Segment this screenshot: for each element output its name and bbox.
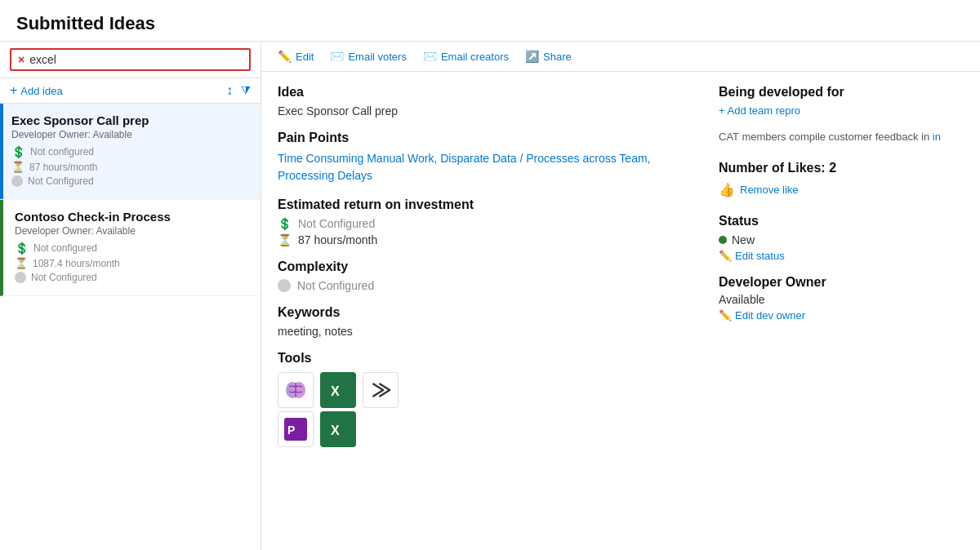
- email-creators-label: Email creators: [441, 51, 509, 63]
- roi-dollar-1: Not configured: [30, 146, 94, 157]
- complexity-label: Complexity: [278, 259, 686, 274]
- left-panel: × excel + Add idea ↕ ⧩ Exec Spons: [0, 42, 261, 550]
- email-voters-label: Email voters: [348, 51, 407, 63]
- keywords-value: meeting, notes: [278, 325, 686, 338]
- email-voters-icon: ✉️: [330, 50, 344, 63]
- roi-dollar-icon: 💲: [278, 217, 292, 230]
- add-team-repro-label: + Add team repro: [719, 104, 800, 117]
- complexity-row: Not Configured: [278, 279, 686, 292]
- status-dot: [719, 236, 727, 244]
- likes-label: Number of Likes: 2: [719, 161, 947, 175]
- idea-item-2[interactable]: Contoso Check-in Process Developer Owner…: [0, 200, 261, 296]
- pain-points-value: Time Consuming Manual Work, Disparate Da…: [278, 150, 686, 184]
- add-idea-button[interactable]: + Add idea: [10, 83, 63, 98]
- email-voters-button[interactable]: ✉️ Email voters: [330, 50, 407, 63]
- cat-note: CAT members compile customer feedback in…: [719, 130, 947, 144]
- detail-main: Idea Exec Sponsor Call prep Pain Points …: [278, 85, 686, 537]
- hourglass-icon-2: ⏳: [15, 257, 28, 269]
- content-area: × excel + Add idea ↕ ⧩ Exec Spons: [0, 42, 980, 550]
- right-panel: ✏️ Edit ✉️ Email voters ✉️ Email creator…: [261, 42, 980, 550]
- detail-content: Idea Exec Sponsor Call prep Pain Points …: [261, 72, 980, 550]
- cat-note-link[interactable]: in: [933, 131, 941, 143]
- tools-label: Tools: [278, 351, 686, 366]
- search-box: × excel: [10, 48, 251, 71]
- edit-status-label: Edit status: [735, 250, 785, 262]
- dollar-icon-1: 💲: [11, 145, 25, 158]
- remove-like-button[interactable]: 👍 Remove like: [719, 182, 947, 197]
- idea-meta-roi-dollar-1: 💲 Not configured: [11, 145, 249, 158]
- filter-icon[interactable]: ⧩: [241, 83, 251, 98]
- thumb-icon: 👍: [719, 182, 735, 197]
- edit-status-button[interactable]: ✏️ Edit status: [719, 250, 947, 262]
- idea-list: Exec Sponsor Call prep Developer Owner: …: [0, 104, 261, 550]
- toolbar-icons: ↕ ⧩: [226, 83, 251, 98]
- roi-hours-value: 87 hours/month: [298, 233, 377, 246]
- roi-hours-2: 1087.4 hours/month: [33, 258, 120, 269]
- complexity-2: Not Configured: [31, 272, 97, 283]
- share-icon: ↗️: [525, 50, 539, 63]
- search-bar: × excel: [0, 42, 261, 78]
- idea-meta-complexity-2: Not Configured: [15, 272, 249, 283]
- page: Submitted Ideas × excel + Add idea ↕ ⧩: [0, 0, 980, 550]
- tool-brain: [278, 372, 314, 408]
- idea-item-1[interactable]: Exec Sponsor Call prep Developer Owner: …: [0, 104, 261, 200]
- status-section: Status New ✏️ Edit status: [719, 214, 947, 262]
- search-clear-button[interactable]: ×: [18, 53, 24, 66]
- status-value: New: [732, 233, 755, 246]
- edit-icon: ✏️: [278, 50, 292, 63]
- edit-status-icon: ✏️: [719, 250, 732, 262]
- remove-like-label: Remove like: [740, 184, 799, 196]
- idea-title-2: Contoso Check-in Process: [15, 210, 249, 224]
- pain-points-label: Pain Points: [278, 131, 686, 145]
- roi-dollar-2: Not configured: [33, 242, 97, 254]
- idea-meta-complexity-1: Not Configured: [11, 175, 249, 187]
- edit-dev-owner-label: Edit dev owner: [735, 309, 805, 322]
- idea-owner-2: Developer Owner: Available: [15, 225, 249, 237]
- tool-excel: X: [320, 372, 356, 408]
- being-developed-label: Being developed for: [719, 85, 947, 100]
- likes-section: Number of Likes: 2 👍 Remove like: [719, 161, 947, 197]
- sort-icon[interactable]: ↕: [226, 83, 233, 98]
- edit-dev-owner-button[interactable]: ✏️ Edit dev owner: [719, 309, 947, 322]
- complexity-value: Not Configured: [297, 279, 374, 292]
- keywords-label: Keywords: [278, 305, 686, 320]
- plus-icon: +: [10, 83, 17, 98]
- roi-dollar-value: Not Configured: [298, 217, 375, 230]
- share-label: Share: [543, 51, 572, 63]
- cat-note-text: CAT members compile customer feedback in: [719, 131, 929, 143]
- hourglass-icon-1: ⏳: [11, 161, 24, 173]
- idea-meta-roi-hours-1: ⏳ 87 hours/month: [11, 161, 249, 173]
- search-value: excel: [29, 53, 243, 66]
- idea-owner-1: Developer Owner: Available: [11, 129, 249, 140]
- detail-toolbar: ✏️ Edit ✉️ Email voters ✉️ Email creator…: [261, 42, 980, 72]
- edit-dev-owner-icon: ✏️: [719, 309, 732, 322]
- detail-side: Being developed for + Add team repro CAT…: [719, 85, 947, 537]
- dev-owner-section: Developer Owner Available ✏️ Edit dev ow…: [719, 275, 947, 322]
- svg-point-1: [292, 382, 305, 398]
- complexity-circle-2: [15, 272, 26, 283]
- share-button[interactable]: ↗️ Share: [525, 50, 572, 63]
- svg-text:X: X: [331, 424, 340, 437]
- page-title: Submitted Ideas: [16, 13, 964, 34]
- idea-title-1: Exec Sponsor Call prep: [11, 113, 249, 127]
- roi-hours-row: ⏳ 87 hours/month: [278, 233, 686, 246]
- tools-bottom-row: P X: [278, 411, 686, 447]
- tool-extra-1: P: [278, 411, 314, 447]
- list-toolbar: + Add idea ↕ ⧩: [0, 78, 261, 104]
- idea-section-label: Idea: [278, 85, 686, 100]
- page-header: Submitted Ideas: [0, 0, 980, 42]
- complexity-1: Not Configured: [28, 175, 94, 187]
- edit-button[interactable]: ✏️ Edit: [278, 50, 314, 63]
- edit-label: Edit: [296, 51, 314, 63]
- svg-text:X: X: [331, 384, 340, 398]
- dev-owner-value: Available: [719, 293, 947, 306]
- tools-row: X: [278, 372, 686, 408]
- add-team-repro-button[interactable]: + Add team repro: [719, 104, 947, 117]
- roi-label: Estimated return on investment: [278, 197, 686, 212]
- tool-extra-2: X: [320, 411, 356, 447]
- email-creators-button[interactable]: ✉️ Email creators: [423, 50, 509, 63]
- idea-meta-roi-dollar-2: 💲 Not configured: [15, 242, 249, 255]
- tool-power-automate: [363, 372, 399, 408]
- dev-owner-label: Developer Owner: [719, 275, 947, 290]
- email-creators-icon: ✉️: [423, 50, 437, 63]
